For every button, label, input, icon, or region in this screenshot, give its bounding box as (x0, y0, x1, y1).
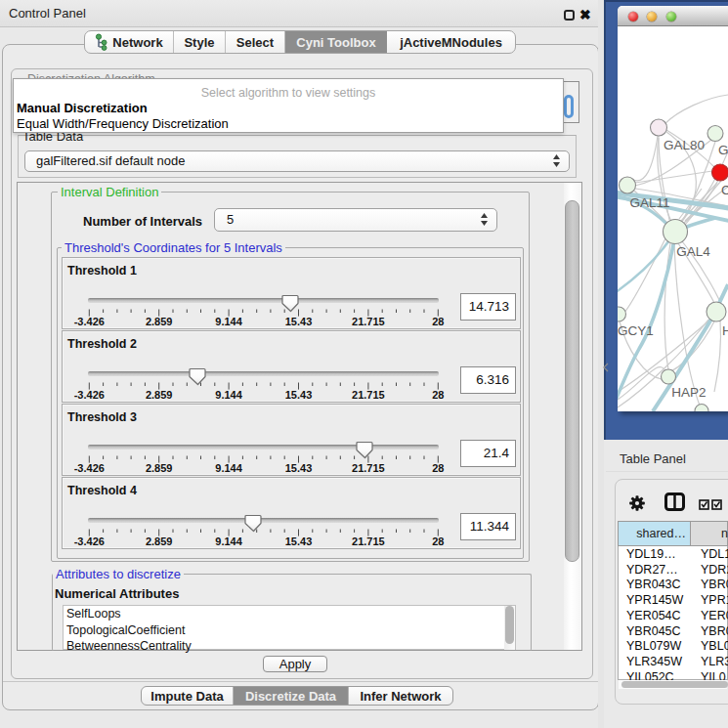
svg-text:GAL11: GAL11 (629, 195, 669, 210)
svg-text:GA: GA (718, 143, 728, 157)
svg-text:GAL80: GAL80 (664, 138, 705, 152)
svg-text:GCY1: GCY1 (618, 323, 654, 338)
svg-text:HAP2: HAP2 (671, 385, 706, 400)
svg-text:GAL4: GAL4 (676, 244, 710, 259)
svg-text:H: H (722, 323, 728, 338)
svg-text:CA: CA (721, 183, 728, 197)
